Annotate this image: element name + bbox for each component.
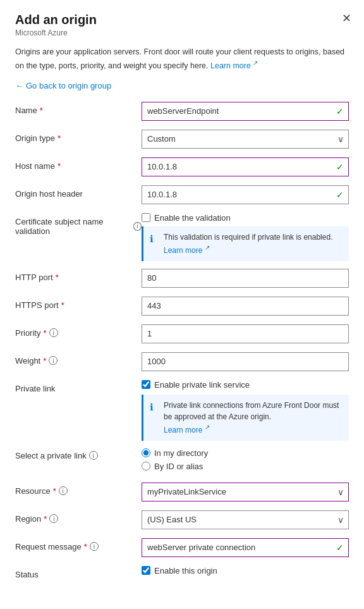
origin-type-label: Origin type *	[15, 130, 142, 143]
origin-host-header-input[interactable]	[142, 185, 349, 204]
private-link-row: Private link Enable private link service…	[15, 380, 349, 441]
private-link-label: Private link	[15, 380, 142, 393]
private-link-info-circle-icon: ℹ	[150, 400, 160, 415]
info-circle-icon: ℹ	[150, 232, 160, 247]
cert-validation-checkbox-label: Enable the validation	[154, 213, 231, 223]
http-port-label: HTTP port *	[15, 269, 142, 282]
select-private-link-info-icon[interactable]: i	[89, 451, 98, 460]
description-text: Origins are your application servers. Fr…	[15, 46, 349, 72]
resource-info-icon[interactable]: i	[59, 486, 68, 495]
cert-learn-more-link[interactable]: Learn more ↗	[164, 246, 210, 255]
https-port-row: HTTPS port *	[15, 297, 349, 317]
cert-validation-row: Certificate subject name validation i En…	[15, 213, 349, 261]
priority-info-icon[interactable]: i	[49, 328, 58, 337]
status-checkbox-label: Enable this origin	[154, 566, 217, 575]
host-name-row: Host name * ✓	[15, 157, 349, 178]
region-chevron-icon: ∨	[337, 515, 344, 525]
region-select[interactable]: (US) East US	[142, 510, 349, 529]
origin-host-header-label: Origin host header	[15, 185, 142, 199]
host-name-input[interactable]	[142, 157, 349, 176]
select-private-link-label: Select a private link i	[15, 448, 142, 460]
private-link-info-box: ℹ Private link connections from Azure Fr…	[142, 395, 349, 441]
https-port-input[interactable]	[142, 297, 349, 316]
http-port-input[interactable]	[142, 269, 349, 288]
origin-type-row: Origin type * Custom ∨	[15, 130, 349, 150]
request-message-label: Request message * i	[15, 538, 142, 551]
cert-info-icon[interactable]: i	[133, 222, 142, 231]
radio-by-id-label: By ID or alias	[154, 462, 203, 471]
region-label: Region * i	[15, 510, 142, 524]
request-message-info-icon[interactable]: i	[90, 542, 99, 551]
region-info-icon[interactable]: i	[49, 514, 58, 523]
name-row: Name * ✓	[15, 102, 349, 122]
resource-label: Resource * i	[15, 483, 142, 496]
weight-info-icon[interactable]: i	[49, 356, 58, 365]
https-port-label: HTTPS port *	[15, 297, 142, 310]
host-name-label: Host name *	[15, 157, 142, 171]
priority-row: Priority * i	[15, 324, 349, 345]
weight-row: Weight * i	[15, 352, 349, 372]
request-message-row: Request message * i ✓	[15, 538, 349, 558]
private-link-checkbox[interactable]	[142, 380, 150, 389]
private-link-checkbox-label: Enable private link service	[154, 380, 250, 390]
priority-label: Priority * i	[15, 324, 142, 338]
cert-info-box: ℹ This validation is required if private…	[142, 226, 349, 261]
name-input[interactable]	[142, 102, 349, 121]
origin-host-header-row: Origin host header ✓	[15, 185, 349, 206]
radio-by-id[interactable]	[142, 462, 150, 471]
origin-type-select[interactable]: Custom	[142, 130, 349, 149]
resource-row: Resource * i myPrivateLinkService ∨	[15, 483, 349, 503]
resource-chevron-icon: ∨	[337, 487, 344, 497]
priority-input[interactable]	[142, 324, 349, 343]
description-link[interactable]: Learn more ↗	[210, 61, 258, 70]
private-link-learn-more-link[interactable]: Learn more ↗	[164, 426, 210, 434]
back-to-origin-group-link[interactable]: ← Go back to origin group	[15, 81, 111, 90]
name-check-icon: ✓	[336, 106, 344, 116]
host-name-check-icon: ✓	[336, 162, 344, 172]
status-label: Status	[15, 566, 142, 579]
cert-validation-label: Certificate subject name validation i	[15, 213, 142, 236]
select-private-link-row: Select a private link i In my directory …	[15, 448, 349, 475]
radio-in-my-directory[interactable]	[142, 448, 150, 457]
http-port-row: HTTP port *	[15, 269, 349, 289]
name-label: Name *	[15, 102, 142, 115]
status-checkbox[interactable]	[142, 566, 150, 575]
weight-label: Weight * i	[15, 352, 142, 366]
status-row: Status Enable this origin	[15, 566, 349, 586]
request-message-input[interactable]	[142, 538, 349, 557]
close-button[interactable]: ✕	[342, 11, 351, 25]
origin-host-header-check-icon: ✓	[336, 190, 344, 200]
request-message-check-icon: ✓	[336, 543, 344, 553]
cert-validation-checkbox[interactable]	[142, 213, 150, 222]
weight-input[interactable]	[142, 352, 349, 371]
panel-title: Add an origin	[15, 13, 349, 27]
add-origin-panel: ✕ Add an origin Microsoft Azure Origins …	[0, 0, 364, 606]
origin-type-chevron-icon: ∨	[337, 134, 344, 144]
radio-in-my-directory-label: In my directory	[154, 448, 208, 458]
resource-select[interactable]: myPrivateLinkService	[142, 483, 349, 501]
region-row: Region * i (US) East US ∨	[15, 510, 349, 531]
panel-subtitle: Microsoft Azure	[15, 28, 349, 37]
